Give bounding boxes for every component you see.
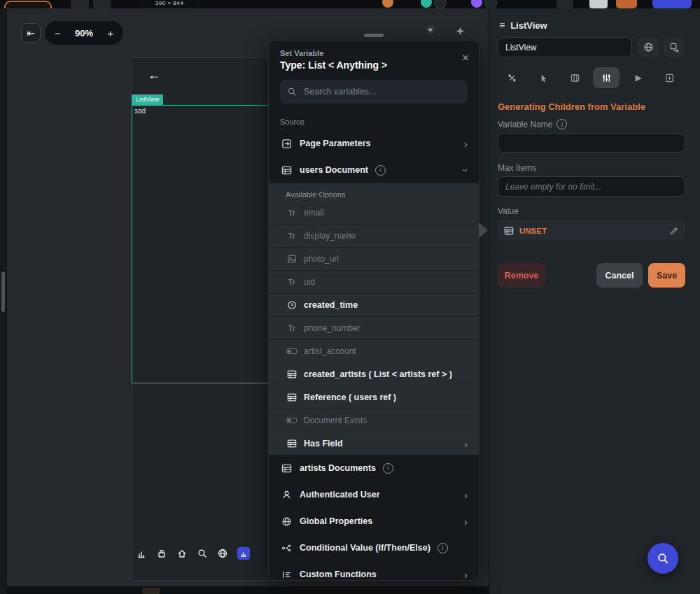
popover-arrow bbox=[479, 222, 488, 238]
option-has-field[interactable]: Has Field › bbox=[269, 432, 479, 455]
info-icon[interactable]: i bbox=[438, 543, 448, 553]
max-items-input[interactable] bbox=[498, 176, 685, 197]
page-thumbnail[interactable] bbox=[142, 588, 160, 594]
tab-actions-icon[interactable]: ▶ bbox=[625, 67, 652, 88]
person-icon bbox=[280, 490, 293, 500]
available-options-label: Available Options bbox=[269, 183, 479, 201]
option-document-exists: Document Exists bbox=[269, 409, 479, 432]
max-items-label: Max Items bbox=[498, 163, 536, 173]
edit-pencil-icon[interactable] bbox=[669, 226, 679, 236]
toggle-type-icon bbox=[286, 348, 298, 355]
image-type-icon bbox=[286, 254, 298, 264]
tab-layout-icon[interactable] bbox=[561, 67, 588, 88]
option-created-artists[interactable]: created_artists ( List < artists ref > ) bbox=[269, 363, 479, 386]
toolbar-button[interactable] bbox=[71, 0, 89, 8]
variable-search bbox=[280, 80, 468, 104]
panel-header: ≡ ListView bbox=[499, 20, 547, 31]
tab-add-doc-icon[interactable] bbox=[656, 67, 682, 88]
canvas-bottom-strip bbox=[7, 586, 489, 594]
back-arrow-icon[interactable]: ← bbox=[148, 68, 160, 83]
info-icon[interactable]: i bbox=[375, 165, 386, 176]
source-item-global-properties[interactable]: Global Properties › bbox=[269, 508, 479, 535]
chevron-down-icon: › bbox=[461, 169, 471, 172]
source-item-artists-documents[interactable]: artists Documents i bbox=[269, 455, 479, 481]
document-table-icon bbox=[280, 463, 293, 474]
canvas-size-indicator[interactable]: 390 × 844 bbox=[139, 0, 200, 8]
close-icon[interactable]: × bbox=[462, 52, 469, 64]
cancel-button[interactable]: Cancel bbox=[596, 263, 643, 288]
source-item-page-parameters[interactable]: Page Parameters › bbox=[269, 130, 479, 157]
widget-name-input[interactable] bbox=[498, 37, 632, 57]
toolbar-button[interactable] bbox=[93, 0, 111, 8]
variable-name-input[interactable] bbox=[498, 133, 685, 153]
home-icon[interactable] bbox=[176, 548, 188, 559]
toolbar-button[interactable] bbox=[589, 0, 608, 8]
modal-eyebrow: Set Variable bbox=[280, 49, 468, 57]
avatar[interactable] bbox=[382, 0, 393, 8]
chart-tile-icon[interactable] bbox=[237, 547, 250, 560]
text-type-icon: Tr bbox=[286, 278, 298, 286]
zoom-in-button[interactable]: + bbox=[106, 27, 115, 39]
magic-wand-icon[interactable] bbox=[455, 26, 465, 36]
globe-icon bbox=[280, 516, 293, 527]
search-fab[interactable] bbox=[648, 543, 678, 574]
set-variable-modal: Set Variable Type: List < Anything > × S… bbox=[268, 40, 479, 581]
toolbar-button[interactable] bbox=[484, 0, 497, 8]
menu-icon[interactable]: ≡ bbox=[499, 20, 505, 31]
theme-brightness-icon[interactable]: ☀ bbox=[426, 24, 435, 36]
value-label: Value bbox=[498, 206, 519, 216]
option-phone-number: Tr phone_number bbox=[269, 317, 479, 340]
zoom-level[interactable]: 90% bbox=[75, 28, 93, 38]
app-root: 390 × 844 ⇤ − 90% + ☀ ← ListView sad bbox=[0, 0, 700, 594]
globe-icon[interactable] bbox=[217, 548, 228, 559]
chevron-right-icon: › bbox=[464, 439, 468, 449]
collapse-left-panel-button[interactable]: ⇤ bbox=[21, 23, 41, 43]
variable-name-label: Variable Name i bbox=[498, 119, 567, 129]
value-field[interactable]: UNSET bbox=[498, 220, 685, 241]
source-item-conditional-value[interactable]: Conditional Value (If/Then/Else) i bbox=[269, 535, 479, 561]
status-dot[interactable] bbox=[421, 0, 432, 8]
search-icon[interactable] bbox=[197, 548, 208, 559]
search-input[interactable] bbox=[302, 86, 461, 97]
remove-button[interactable]: Remove bbox=[498, 263, 545, 288]
globe-visibility-button[interactable] bbox=[638, 37, 659, 57]
lock-icon[interactable] bbox=[156, 548, 167, 559]
app-logo bbox=[4, 1, 52, 8]
document-table-icon bbox=[280, 165, 293, 176]
section-heading: Generating Children from Variable bbox=[498, 101, 645, 112]
toolbar-button-orange[interactable] bbox=[616, 0, 637, 8]
wrap-widget-button[interactable] bbox=[664, 37, 685, 57]
collapse-left-icon: ⇤ bbox=[27, 27, 35, 38]
info-icon[interactable]: i bbox=[556, 119, 567, 129]
document-table-icon bbox=[286, 369, 298, 379]
scrollbar-thumb[interactable] bbox=[1, 271, 5, 312]
option-photo-url: photo_url bbox=[269, 248, 479, 271]
panel-title: ListView bbox=[510, 20, 547, 31]
widget-chip[interactable]: ListView bbox=[132, 94, 163, 105]
value-state: UNSET bbox=[519, 227, 547, 235]
source-item-authenticated-user[interactable]: Authenticated User › bbox=[269, 481, 479, 508]
zoom-out-button[interactable]: − bbox=[53, 27, 62, 39]
tab-adjust-icon[interactable] bbox=[498, 67, 525, 88]
toolbar-button[interactable] bbox=[434, 0, 447, 8]
source-item-users-document[interactable]: users Document i › bbox=[269, 157, 479, 183]
info-icon[interactable]: i bbox=[383, 463, 393, 474]
tab-cursor-icon[interactable] bbox=[530, 67, 556, 88]
tab-dynamic-children-icon[interactable] bbox=[593, 67, 620, 88]
page-parameters-icon bbox=[280, 139, 293, 149]
save-button[interactable]: Save bbox=[648, 263, 685, 288]
status-dot[interactable] bbox=[471, 0, 482, 8]
drag-handle[interactable] bbox=[364, 34, 384, 37]
toolbar-button-primary[interactable] bbox=[652, 0, 692, 8]
modal-title: Type: List < Anything > bbox=[280, 59, 468, 71]
option-reference[interactable]: Reference ( users ref ) bbox=[269, 386, 479, 409]
toolbar-button[interactable] bbox=[556, 0, 573, 8]
option-display-name: Tr display_name bbox=[269, 225, 479, 248]
source-section-label: Source bbox=[280, 118, 468, 126]
properties-panel: ≡ ListView bbox=[489, 8, 700, 594]
option-created-time[interactable]: created_time bbox=[269, 294, 479, 317]
chart-icon[interactable] bbox=[136, 548, 147, 559]
widget-text[interactable]: sad bbox=[134, 107, 146, 115]
chevron-right-icon: › bbox=[464, 570, 468, 580]
source-item-custom-functions[interactable]: Custom Functions › bbox=[269, 561, 479, 581]
